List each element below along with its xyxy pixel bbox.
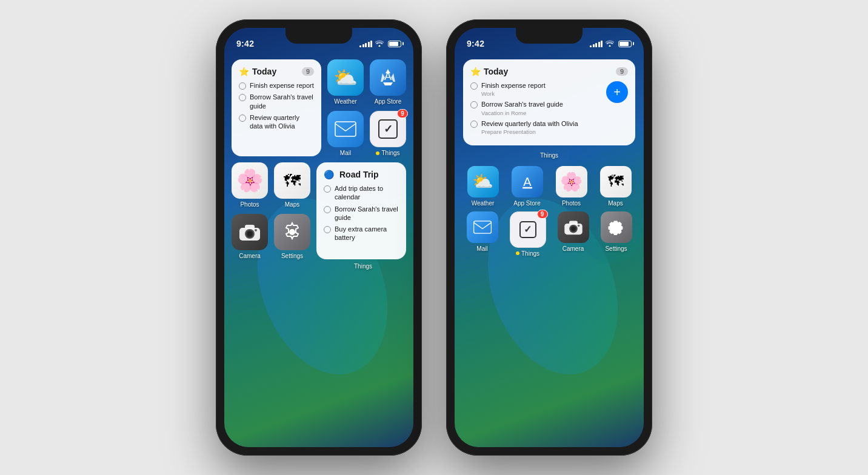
road-task-2: Borrow Sarah's travel guide [324,205,399,222]
road-circle-3 [324,226,331,233]
things-app-1-top[interactable]: ✓ 9 Things [370,111,406,156]
task-text-1-1: Finish expense report [250,81,314,90]
appstore-app-1[interactable]: A App Store [370,59,406,105]
task-sub-2-2: Vacation in Rome [481,110,563,116]
task-text-2-1: Finish expense report [481,81,546,90]
p2-apps-row1: ⛅ Weather A App Store 🌸 [463,166,635,207]
task-circle-2-3 [470,121,478,128]
mail-app-2[interactable]: Mail [467,211,498,257]
camera-label-2: Camera [563,245,584,252]
appstore-app-2[interactable]: A App Store [512,166,543,207]
svg-point-15 [571,227,575,231]
maps-label-1: Maps [285,201,299,208]
p1-row1: ⭐ Today 9 Finish expense report Borrow S… [232,59,406,156]
phone-2-screen: 9:42 [455,28,644,447]
task-text-1-3: Review quarterly data with Olivia [250,113,314,131]
weather-icon-2: ⛅ [467,166,499,198]
today-widget-2[interactable]: ⭐ Today 9 Finish expense report [463,59,635,145]
svg-point-5 [247,231,252,236]
wifi-icon-2 [606,39,614,48]
things-badge-2: 9 [537,210,548,219]
battery-icon-1 [388,41,401,47]
svg-rect-11 [473,221,491,233]
photos-app-2[interactable]: 🌸 Photos [556,166,587,207]
notch-1 [285,28,352,44]
task-circle-2-1 [470,82,478,90]
maps-icon-2: 🗺 [600,166,632,198]
things-label-text-2: Things [540,152,558,159]
appstore-label-1: App Store [375,98,401,105]
mail-icon-2 [467,211,498,243]
road-circle-1 [324,185,331,193]
appstore-icon-1: A [370,59,406,96]
appstore-label-2: App Store [513,200,540,207]
task-2-2: Borrow Sarah's travel guide Vacation in … [470,100,606,116]
task-sub-2-3: Prepare Presentation [481,128,578,135]
phone-1: 9:42 [216,19,422,456]
phone-2: 9:42 [446,19,652,456]
today-widget-header-1: ⭐ Today 9 [239,67,314,76]
mail-label-1: Mail [340,150,351,156]
svg-text:A: A [523,175,532,188]
photos-icon-1: 🌸 [232,162,268,199]
p2-apps-row2: Mail ✓ 9 Things [463,211,635,257]
settings-icon-1 [274,214,310,250]
things-label-1-top: Things [381,150,399,156]
svg-point-8 [289,229,295,235]
signal-icon-1 [359,40,372,47]
home-content-2: ⭐ Today 9 Finish expense report [455,55,644,447]
road-trip-widget[interactable]: 🔵 Road Trip Add trip dates to calendar B… [316,162,406,259]
svg-point-7 [255,229,257,231]
weather-label-1: Weather [334,98,357,105]
home-content-1: ⭐ Today 9 Finish expense report Borrow S… [224,55,413,447]
weather-icon-1: ⛅ [327,59,364,96]
task-circle-1-1 [239,82,246,90]
road-task-1: Add trip dates to calendar [324,184,399,202]
road-circle-2 [324,206,331,213]
task-circle-1-2 [239,94,246,101]
maps-app-1[interactable]: 🗺 Maps [274,162,310,208]
task-1-1: Finish expense report [239,81,314,90]
task-text-2-3: Review quarterly data with Olivia [481,119,578,128]
things-dot-2 [516,251,519,255]
mail-app-1[interactable]: Mail [327,111,364,156]
things-icon-2: ✓ 9 [510,211,546,248]
svg-rect-16 [569,221,578,224]
road-text-1: Add trip dates to calendar [335,184,399,202]
things-app-2[interactable]: ✓ 9 Things [510,211,546,257]
photos-label-2: Photos [562,200,581,207]
maps-label-2: Maps [608,200,623,207]
things-label-bottom-1: Things [324,263,402,270]
svg-rect-1 [335,122,356,136]
settings-app-2[interactable]: Settings [601,211,632,257]
today-widget-badge-1: 9 [302,67,314,76]
road-trip-header: 🔵 Road Trip [324,170,399,179]
things-bottom-label: Things [232,263,406,270]
p1-right-apps: ⛅ Weather A [327,59,406,156]
settings-label-1: Settings [281,253,303,259]
task-circle-2-2 [470,101,478,108]
things-icon-1-top: ✓ 9 [370,111,406,147]
things-badge-1: 9 [397,109,408,118]
svg-rect-6 [245,225,255,229]
photos-app-1[interactable]: 🌸 Photos [232,162,268,208]
maps-app-2[interactable]: 🗺 Maps [600,166,632,207]
task-text-2-2: Borrow Sarah's travel guide [481,100,563,108]
today-widget-1[interactable]: ⭐ Today 9 Finish expense report Borrow S… [232,59,321,156]
things-label-2-app: Things [521,250,539,257]
settings-app-1[interactable]: Settings [274,214,310,259]
notch-2 [516,28,583,44]
camera-app-2[interactable]: Camera [558,211,589,257]
weather-app-2[interactable]: ⛅ Weather [467,166,499,207]
maps-icon-1: 🗺 [274,162,310,199]
weather-app-1[interactable]: ⛅ Weather [327,59,364,105]
svg-point-17 [577,225,579,227]
phone-1-screen: 9:42 [224,28,413,447]
status-time-2: 9:42 [467,39,484,48]
p1-row2-left: 🌸 Photos 🗺 Maps [232,162,310,259]
status-icons-2 [590,39,632,48]
road-task-3: Buy extra camera battery [324,225,399,242]
star-icon-2: ⭐ [470,67,481,76]
plus-button-2[interactable]: + [606,81,628,103]
camera-app-1[interactable]: Camera [232,214,268,259]
